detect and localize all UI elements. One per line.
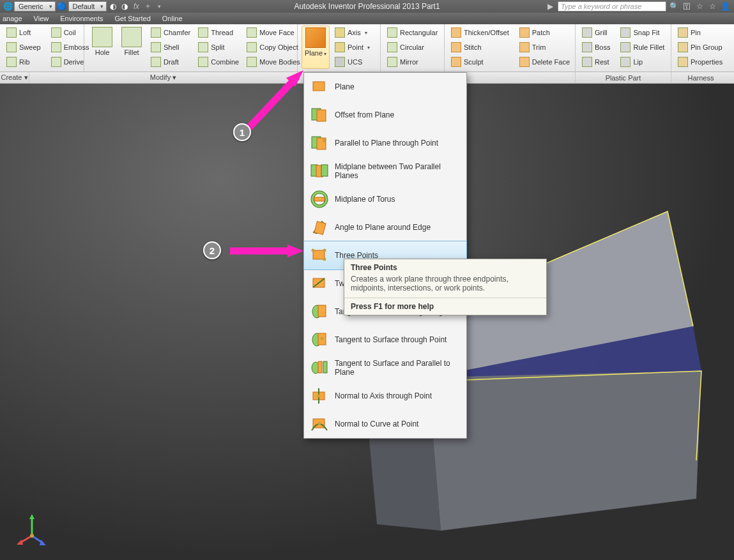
stitch-button[interactable]: Stitch [448,40,512,54]
axis-button[interactable]: Axis [332,26,372,40]
grill-icon [582,27,592,38]
qat-icon-2[interactable]: ◑ [119,1,130,11]
menu-online[interactable]: Online [162,15,183,22]
user-icon[interactable]: 👤 [720,1,730,11]
dd-offset[interactable]: Offset from Plane [304,101,466,129]
hole-button[interactable]: Hole [88,26,116,69]
snapfit-icon [620,27,631,38]
dd-tangent-parallel[interactable]: Tangent to Surface and Parallel to Plane [304,354,466,382]
pingroup-button[interactable]: Pin Group [675,40,726,54]
angle-icon [310,218,328,236]
dd-midplane[interactable]: Midplane between Two Parallel Planes [304,157,466,185]
menu-get-started[interactable]: Get Started [115,15,151,22]
thicken-button[interactable]: Thicken/Offset [448,26,512,40]
circular-button[interactable]: Circular [385,40,440,54]
rulefillet-button[interactable]: Rule Fillet [618,40,667,54]
panel-modify[interactable]: Modify ▾ [29,72,298,83]
copy-object-button[interactable]: Copy Object [244,40,303,54]
loft-button[interactable]: Loft [4,26,43,40]
ribbon: Loft Sweep Rib Coil Emboss Derive Hole F… [0,24,734,72]
ucs-button[interactable]: UCS [332,55,372,69]
pin-button[interactable]: Pin [675,26,726,40]
boss-button[interactable]: Boss [579,40,613,54]
star-icon-2[interactable]: ☆ [707,1,717,11]
app-icon[interactable]: 🌐 [3,1,13,11]
rulefillet-icon [620,42,631,52]
dd-plane[interactable]: Plane [304,73,466,101]
plus-icon[interactable]: + [142,1,153,11]
chamfer-button[interactable]: Chamfer [148,26,193,40]
svg-point-26 [312,249,315,252]
search-input[interactable]: Type a keyword or phrase [558,1,666,11]
menu-manage[interactable]: anage [3,15,22,22]
dd-normal-curve[interactable]: Normal to Curve at Point [304,410,466,438]
material-dropdown[interactable]: Generic [14,1,56,11]
title-play-icon[interactable]: ▶ [545,1,555,11]
plane-button[interactable]: Plane [302,26,330,69]
delete-face-button[interactable]: Delete Face [517,55,572,69]
svg-rect-37 [318,361,322,373]
offset-icon [310,106,328,124]
thread-button[interactable]: Thread [195,26,241,40]
qat-expand-icon[interactable]: ▾ [154,1,164,11]
mirror-button[interactable]: Mirror [385,55,440,69]
shell-button[interactable]: Shell [148,40,193,54]
point-button[interactable]: Point [332,40,372,54]
svg-point-43 [318,422,321,425]
rest-button[interactable]: Rest [579,55,613,69]
normal-curve-icon [310,415,328,433]
binoculars-icon[interactable]: 🔍 [669,1,679,11]
dd-parallel[interactable]: Parallel to Plane through Point [304,129,466,157]
rest-icon [582,57,592,67]
rib-button[interactable]: Rib [4,55,43,69]
quick-access-toolbar: 🌐 Generic 🔵 Default ◐ ◑ fx + ▾ [0,1,167,11]
rectangular-button[interactable]: Rectangular [385,26,440,40]
normal-axis-icon [310,387,328,405]
rectangular-icon [387,27,397,38]
lip-button[interactable]: Lip [618,55,667,69]
fx-icon[interactable]: fx [131,1,141,11]
star-icon[interactable]: ☆ [694,1,705,11]
menu-view[interactable]: View [34,15,49,22]
ribbon-group-pattern: Rectangular Circular Mirror [381,24,445,72]
ribbon-group-create: Loft Sweep Rib Coil Emboss Derive [0,24,84,72]
properties-button[interactable]: Properties [675,55,726,69]
panel-plastic: Plastic Part [576,72,671,83]
plane-icon [305,27,326,48]
grill-button[interactable]: Grill [579,26,613,40]
sculpt-button[interactable]: Sculpt [448,55,512,69]
key-icon[interactable]: ⚿ [682,1,692,11]
svg-point-35 [321,337,324,340]
dd-tangent-point[interactable]: Tangent to Surface through Point [304,326,466,354]
fillet-button[interactable]: Fillet [118,26,146,69]
patch-icon [519,27,530,38]
plane-item-icon [310,78,328,96]
draft-button[interactable]: Draft [148,55,193,69]
snapfit-button[interactable]: Snap Fit [618,26,667,40]
qat-icon-1[interactable]: ◐ [108,1,118,11]
sweep-button[interactable]: Sweep [4,40,43,54]
menu-environments[interactable]: Environments [60,15,103,22]
dd-angle[interactable]: Angle to Plane around Edge [304,213,466,241]
panel-create[interactable]: Create ▾ [0,72,29,83]
axis-icon [335,27,345,38]
dd-normal-axis[interactable]: Normal to Axis through Point [304,382,466,410]
hole-icon [92,27,112,47]
move-face-button[interactable]: Move Face [244,26,303,40]
midplane-icon [310,162,328,180]
svg-point-28 [323,258,326,261]
appearance-dropdown[interactable]: Default [68,1,107,11]
svg-rect-32 [318,305,326,317]
combine-button[interactable]: Combine [195,55,241,69]
dd-torus[interactable]: Midplane of Torus [304,185,466,213]
move-bodies-icon [247,57,257,67]
move-bodies-button[interactable]: Move Bodies [244,55,303,69]
annotation-badge-2: 2 [203,241,221,259]
appearance-icon[interactable]: 🔵 [57,1,67,11]
tangent-edge-icon [310,303,328,321]
svg-rect-19 [321,165,328,176]
trim-button[interactable]: Trim [517,40,572,54]
panel-harness: Harness [671,72,730,83]
patch-button[interactable]: Patch [517,26,572,40]
split-button[interactable]: Split [195,40,241,54]
